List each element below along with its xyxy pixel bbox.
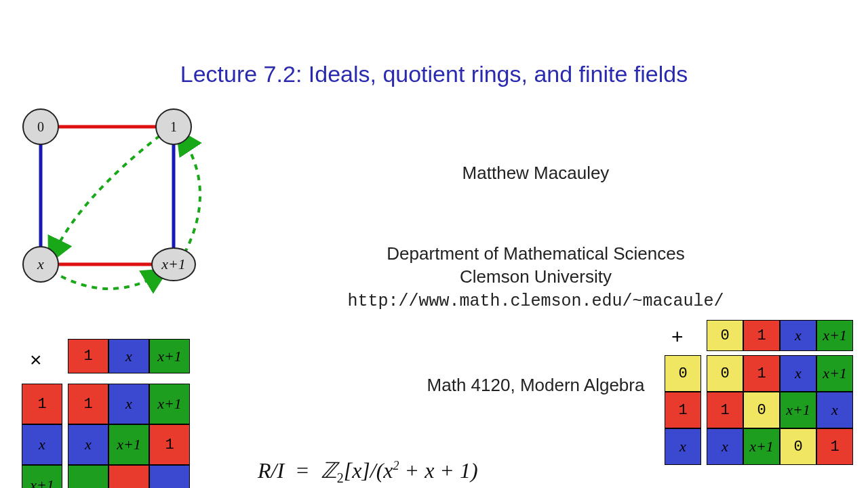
svg-text:0: 0 (37, 119, 44, 134)
add-row-label: 0 (665, 355, 701, 392)
add-header-cell: 1 (743, 320, 780, 351)
mul-cell (149, 465, 190, 488)
add-row-label: x (665, 428, 701, 465)
add-cell: 1 (707, 392, 743, 428)
cayley-graph: 0 1 x x+1 (14, 102, 203, 298)
mul-header-cell: x+1 (149, 339, 190, 373)
add-cell: x+1 (816, 355, 853, 392)
svg-text:1: 1 (170, 119, 177, 134)
add-cell: x+1 (743, 428, 780, 465)
add-cell: 1 (816, 428, 853, 465)
add-cell: 1 (743, 355, 780, 392)
node-1: 1 (156, 109, 191, 144)
mul-table: × 1xx+111xx+1xxx+11x+1 (22, 339, 190, 488)
add-table: + 01xx+1001xx+1110x+1xxxx+101 (665, 320, 853, 465)
mul-header-cell: 1 (68, 339, 108, 373)
mul-cell: x+1 (108, 424, 149, 465)
affiliation-block: Department of Mathematical Sciences Clem… (203, 243, 868, 312)
lecture-title: Lecture 7.2: Ideals, quotient rings, and… (0, 61, 868, 87)
mul-cell: x (108, 384, 149, 424)
mul-row-label: x+1 (22, 465, 62, 488)
svg-text:x+1: x+1 (161, 256, 186, 272)
author: Matthew Macauley (203, 163, 868, 184)
mul-cell: 1 (68, 384, 108, 424)
mul-row-label: 1 (22, 384, 62, 424)
mul-cell (68, 465, 108, 488)
mul-cell (108, 465, 149, 488)
edge-1-to-x (53, 136, 160, 255)
add-header-cell: 0 (707, 320, 743, 351)
edge-x-to-xp1 (52, 271, 160, 289)
mul-cell: x+1 (149, 384, 190, 424)
node-x: x (23, 247, 58, 282)
add-cell: 0 (743, 392, 780, 428)
quotient-formula: R/I = ℤ2[x]/(x2 + x + 1) (258, 458, 478, 486)
add-cell: x (707, 428, 743, 465)
svg-text:x: x (37, 256, 44, 272)
add-cell: x+1 (780, 392, 816, 428)
mul-header-cell: x (108, 339, 149, 373)
add-row-label: 1 (665, 392, 701, 428)
mul-op: × (30, 348, 42, 371)
add-cell: 0 (780, 428, 816, 465)
mul-cell: x (68, 424, 108, 465)
add-header-cell: x+1 (816, 320, 853, 351)
mul-cell: 1 (149, 424, 190, 465)
add-cell: 0 (707, 355, 743, 392)
edge-xp1-to-1 (182, 137, 200, 253)
homepage-url: http://www.math.clemson.edu/~macaule/ (347, 291, 724, 311)
add-cell: x (780, 355, 816, 392)
node-xp1: x+1 (152, 248, 195, 281)
node-0: 0 (23, 109, 58, 144)
add-op: + (671, 325, 684, 348)
add-header-cell: x (780, 320, 816, 351)
dept-line2: Clemson University (460, 266, 612, 287)
mul-row-label: x (22, 424, 62, 465)
add-cell: x (816, 392, 853, 428)
dept-line1: Department of Mathematical Sciences (387, 243, 684, 264)
